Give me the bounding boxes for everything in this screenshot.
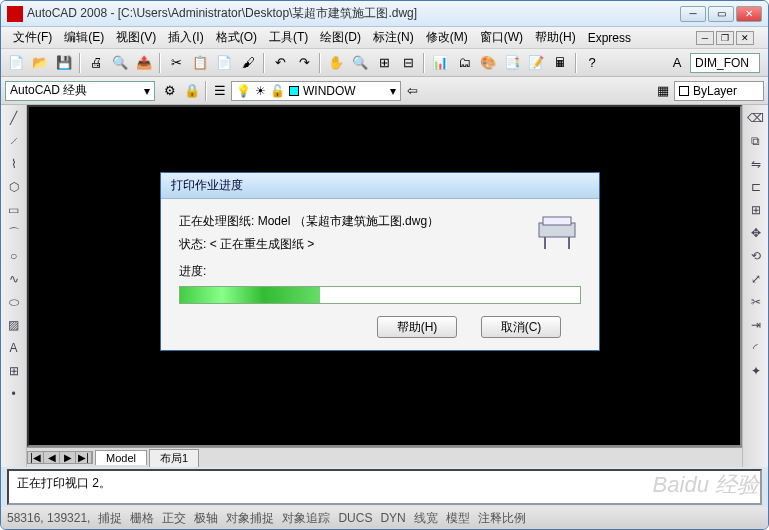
tab-prev-button[interactable]: ◀ <box>44 452 60 463</box>
color-control-icon[interactable]: ▦ <box>652 80 674 102</box>
menu-insert[interactable]: 插入(I) <box>162 27 209 48</box>
copy-obj-icon[interactable]: ⧉ <box>745 130 767 152</box>
mirror-icon[interactable]: ⇋ <box>745 153 767 175</box>
menu-help[interactable]: 帮助(H) <box>529 27 582 48</box>
arc-icon[interactable]: ⌒ <box>3 222 25 244</box>
scale-icon[interactable]: ⤢ <box>745 268 767 290</box>
save-icon[interactable]: 💾 <box>53 52 75 74</box>
status-ducs[interactable]: DUCS <box>338 511 372 525</box>
zoom-icon[interactable]: 🔍 <box>349 52 371 74</box>
explode-icon[interactable]: ✦ <box>745 360 767 382</box>
table-icon[interactable]: ⊞ <box>3 360 25 382</box>
menu-express[interactable]: Express <box>582 29 637 47</box>
cancel-button[interactable]: 取消(C) <box>481 316 561 338</box>
hatch-icon[interactable]: ▨ <box>3 314 25 336</box>
help-icon[interactable]: ? <box>581 52 603 74</box>
tab-layout1[interactable]: 布局1 <box>149 449 199 467</box>
status-model[interactable]: 模型 <box>446 510 470 527</box>
zoom-win-icon[interactable]: ⊞ <box>373 52 395 74</box>
fillet-icon[interactable]: ◜ <box>745 337 767 359</box>
workspace-settings-icon[interactable]: ⚙ <box>159 80 181 102</box>
sun-icon: ☀ <box>255 84 266 98</box>
tool-palette-icon[interactable]: 🎨 <box>477 52 499 74</box>
markup-icon[interactable]: 📝 <box>525 52 547 74</box>
design-center-icon[interactable]: 🗂 <box>453 52 475 74</box>
mdi-minimize-button[interactable]: ─ <box>696 31 714 45</box>
menu-edit[interactable]: 编辑(E) <box>58 27 110 48</box>
status-annoscale[interactable]: 注释比例 <box>478 510 526 527</box>
props-icon[interactable]: 📊 <box>429 52 451 74</box>
offset-icon[interactable]: ⊏ <box>745 176 767 198</box>
menu-modify[interactable]: 修改(M) <box>420 27 474 48</box>
tab-next-button[interactable]: ▶ <box>60 452 76 463</box>
mdi-restore-button[interactable]: ❐ <box>716 31 734 45</box>
extend-icon[interactable]: ⇥ <box>745 314 767 336</box>
status-dyn[interactable]: DYN <box>380 511 405 525</box>
status-ortho[interactable]: 正交 <box>162 510 186 527</box>
polygon-icon[interactable]: ⬡ <box>3 176 25 198</box>
redo-icon[interactable]: ↷ <box>293 52 315 74</box>
pan-icon[interactable]: ✋ <box>325 52 347 74</box>
tab-model[interactable]: Model <box>95 450 147 465</box>
mdi-close-button[interactable]: ✕ <box>736 31 754 45</box>
tab-last-button[interactable]: ▶| <box>76 452 92 463</box>
open-icon[interactable]: 📂 <box>29 52 51 74</box>
text-icon[interactable]: A <box>3 337 25 359</box>
status-otrack[interactable]: 对象追踪 <box>282 510 330 527</box>
minimize-button[interactable]: ─ <box>680 6 706 22</box>
workspace-value: AutoCAD 经典 <box>10 82 87 99</box>
array-icon[interactable]: ⊞ <box>745 199 767 221</box>
status-grid[interactable]: 栅格 <box>130 510 154 527</box>
menu-draw[interactable]: 绘图(D) <box>314 27 367 48</box>
zoom-prev-icon[interactable]: ⊟ <box>397 52 419 74</box>
xline-icon[interactable]: ⟋ <box>3 130 25 152</box>
maximize-button[interactable]: ▭ <box>708 6 734 22</box>
layer-combo[interactable]: 💡 ☀ 🔓 WINDOW ▾ <box>231 81 401 101</box>
undo-icon[interactable]: ↶ <box>269 52 291 74</box>
calc-icon[interactable]: 🖩 <box>549 52 571 74</box>
workspace-combo[interactable]: AutoCAD 经典 ▾ <box>5 81 155 101</box>
dim-style-combo[interactable]: DIM_FON <box>690 53 760 73</box>
match-icon[interactable]: 🖌 <box>237 52 259 74</box>
status-lwt[interactable]: 线宽 <box>414 510 438 527</box>
trim-icon[interactable]: ✂ <box>745 291 767 313</box>
menu-view[interactable]: 视图(V) <box>110 27 162 48</box>
layer-prev-icon[interactable]: ⇦ <box>401 80 423 102</box>
spline-icon[interactable]: ∿ <box>3 268 25 290</box>
help-button[interactable]: 帮助(H) <box>377 316 457 338</box>
layer-manager-icon[interactable]: ☰ <box>209 80 231 102</box>
command-line[interactable]: 正在打印视口 2。 <box>7 469 762 505</box>
rect-icon[interactable]: ▭ <box>3 199 25 221</box>
status-osnap[interactable]: 对象捕捉 <box>226 510 274 527</box>
prop-combo[interactable]: ByLayer <box>674 81 764 101</box>
line-icon[interactable]: ╱ <box>3 107 25 129</box>
rotate-icon[interactable]: ⟲ <box>745 245 767 267</box>
menu-dim[interactable]: 标注(N) <box>367 27 420 48</box>
move-icon[interactable]: ✥ <box>745 222 767 244</box>
publish-icon[interactable]: 📤 <box>133 52 155 74</box>
layout-tabs: |◀ ◀ ▶ ▶| Model 布局1 <box>27 447 742 467</box>
paste-icon[interactable]: 📄 <box>213 52 235 74</box>
point-icon[interactable]: • <box>3 383 25 405</box>
new-icon[interactable]: 📄 <box>5 52 27 74</box>
erase-icon[interactable]: ⌫ <box>745 107 767 129</box>
status-polar[interactable]: 极轴 <box>194 510 218 527</box>
pline-icon[interactable]: ⌇ <box>3 153 25 175</box>
dim-style-value: DIM_FON <box>695 56 749 70</box>
preview-icon[interactable]: 🔍 <box>109 52 131 74</box>
print-icon[interactable]: 🖨 <box>85 52 107 74</box>
cut-icon[interactable]: ✂ <box>165 52 187 74</box>
copy-icon[interactable]: 📋 <box>189 52 211 74</box>
menu-tools[interactable]: 工具(T) <box>263 27 314 48</box>
status-snap[interactable]: 捕捉 <box>98 510 122 527</box>
menu-window[interactable]: 窗口(W) <box>474 27 529 48</box>
lock-ui-icon[interactable]: 🔒 <box>181 80 203 102</box>
sheet-set-icon[interactable]: 📑 <box>501 52 523 74</box>
menu-format[interactable]: 格式(O) <box>210 27 263 48</box>
ellipse-icon[interactable]: ⬭ <box>3 291 25 313</box>
circle-icon[interactable]: ○ <box>3 245 25 267</box>
close-button[interactable]: ✕ <box>736 6 762 22</box>
text-style-icon[interactable]: A <box>666 52 688 74</box>
tab-first-button[interactable]: |◀ <box>28 452 44 463</box>
menu-file[interactable]: 文件(F) <box>7 27 58 48</box>
